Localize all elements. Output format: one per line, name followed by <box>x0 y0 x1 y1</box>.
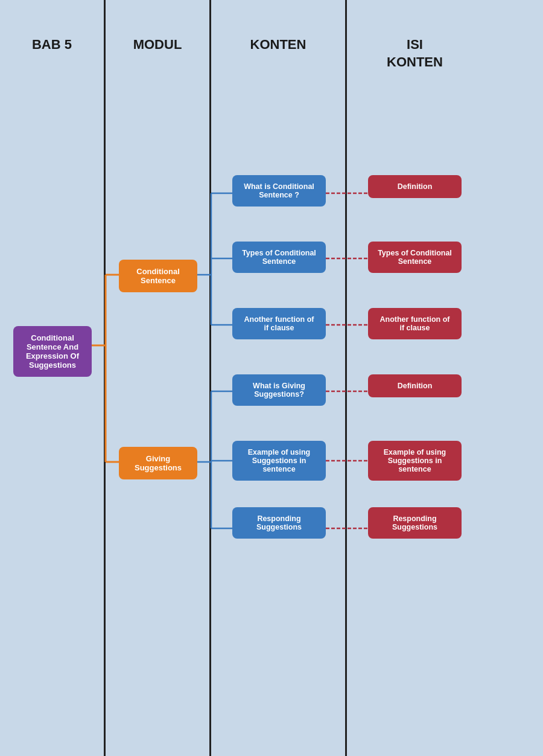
konten-box-1[interactable]: What is Conditional Sentence ? <box>232 175 326 207</box>
isi-box-6[interactable]: Responding Suggestions <box>368 507 462 539</box>
col-modul: MODUL Conditional Sentence Giving Sugges… <box>106 0 211 756</box>
isi-box-3[interactable]: Another function of if clause <box>368 308 462 339</box>
col-modul-header: MODUL <box>127 0 188 66</box>
columns-layout: BAB 5 Conditional Sentence And Expressio… <box>0 0 543 756</box>
isi-box-5[interactable]: Example of using Suggestions in sentence <box>368 441 462 481</box>
isi-box-1[interactable]: Definition <box>368 175 462 198</box>
modul-giving[interactable]: Giving Suggestions <box>119 447 197 479</box>
col-bab5: BAB 5 Conditional Sentence And Expressio… <box>0 0 106 756</box>
page-container: BAB 5 Conditional Sentence And Expressio… <box>0 0 543 756</box>
bab5-box[interactable]: Conditional Sentence And Expression Of S… <box>13 326 92 377</box>
isi-box-4[interactable]: Definition <box>368 374 462 397</box>
modul-conditional[interactable]: Conditional Sentence <box>119 260 197 292</box>
konten-box-3[interactable]: Another function of if clause <box>232 308 326 339</box>
col-isi-header: ISIKONTEN <box>381 0 449 83</box>
col-konten-header: KONTEN <box>244 0 313 66</box>
col-bab5-header: BAB 5 <box>26 0 78 66</box>
konten-box-4[interactable]: What is Giving Suggestions? <box>232 374 326 406</box>
isi-box-2[interactable]: Types of Conditional Sentence <box>368 242 462 273</box>
col-isi: ISIKONTEN Definition Types of Conditiona… <box>347 0 483 756</box>
col-konten: KONTEN What is Conditional Sentence ? Ty… <box>211 0 347 756</box>
konten-box-2[interactable]: Types of Conditional Sentence <box>232 242 326 273</box>
konten-box-6[interactable]: Responding Suggestions <box>232 507 326 539</box>
konten-box-5[interactable]: Example of using Suggestions in sentence <box>232 441 326 481</box>
